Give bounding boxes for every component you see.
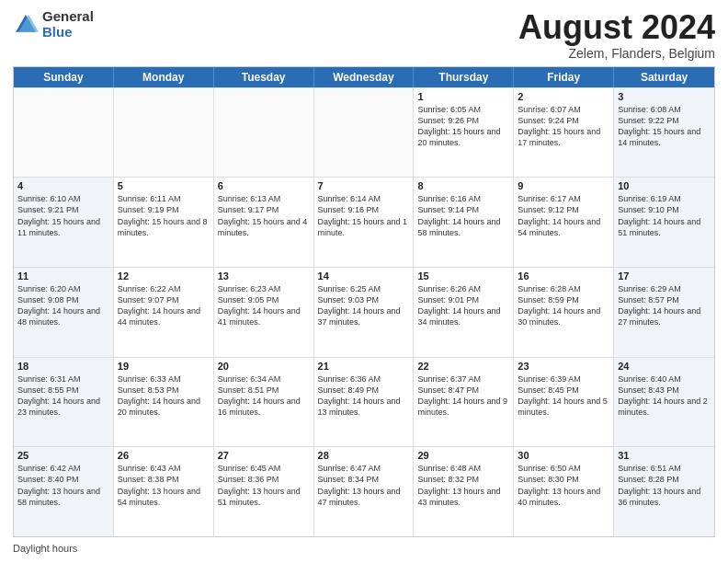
day-info: Sunrise: 6:22 AM Sunset: 9:07 PM Dayligh… [118, 283, 210, 328]
day-info: Sunrise: 6:43 AM Sunset: 8:38 PM Dayligh… [118, 463, 210, 508]
calendar-cell: 19Sunrise: 6:33 AM Sunset: 8:53 PM Dayli… [114, 358, 214, 447]
day-number: 22 [417, 361, 509, 372]
calendar-cell [214, 88, 314, 178]
day-info: Sunrise: 6:13 AM Sunset: 9:17 PM Dayligh… [218, 193, 310, 238]
day-number: 29 [417, 450, 509, 461]
header-day: Friday [514, 67, 614, 87]
calendar-cell: 7Sunrise: 6:14 AM Sunset: 9:16 PM Daylig… [314, 178, 415, 267]
logo: General Blue [13, 9, 94, 40]
calendar-cell [314, 88, 415, 178]
calendar: SundayMondayTuesdayWednesdayThursdayFrid… [13, 66, 715, 537]
calendar-cell [114, 88, 214, 178]
day-info: Sunrise: 6:39 AM Sunset: 8:45 PM Dayligh… [518, 373, 609, 419]
day-number: 7 [318, 180, 410, 191]
day-info: Sunrise: 6:16 AM Sunset: 9:14 PM Dayligh… [417, 193, 509, 238]
calendar-cell: 27Sunrise: 6:45 AM Sunset: 8:36 PM Dayli… [214, 447, 314, 536]
calendar-row: 11Sunrise: 6:20 AM Sunset: 9:08 PM Dayli… [14, 267, 714, 357]
calendar-cell: 21Sunrise: 6:36 AM Sunset: 8:49 PM Dayli… [314, 358, 415, 447]
calendar-cell: 16Sunrise: 6:28 AM Sunset: 8:59 PM Dayli… [514, 268, 614, 357]
page: General Blue August 2024 Zelem, Flanders… [0, 0, 728, 563]
day-info: Sunrise: 6:42 AM Sunset: 8:40 PM Dayligh… [17, 463, 109, 508]
day-info: Sunrise: 6:08 AM Sunset: 9:22 PM Dayligh… [618, 104, 711, 149]
day-number: 21 [318, 361, 410, 372]
calendar-cell: 5Sunrise: 6:11 AM Sunset: 9:19 PM Daylig… [114, 178, 214, 267]
day-info: Sunrise: 6:26 AM Sunset: 9:01 PM Dayligh… [417, 283, 509, 328]
day-info: Sunrise: 6:11 AM Sunset: 9:19 PM Dayligh… [118, 193, 210, 238]
calendar-cell: 6Sunrise: 6:13 AM Sunset: 9:17 PM Daylig… [214, 178, 314, 267]
day-number: 12 [118, 270, 210, 282]
calendar-cell: 18Sunrise: 6:31 AM Sunset: 8:55 PM Dayli… [14, 358, 114, 447]
calendar-cell: 3Sunrise: 6:08 AM Sunset: 9:22 PM Daylig… [614, 88, 714, 178]
day-number: 15 [417, 270, 509, 282]
day-info: Sunrise: 6:37 AM Sunset: 8:47 PM Dayligh… [417, 373, 509, 419]
calendar-cell: 29Sunrise: 6:48 AM Sunset: 8:32 PM Dayli… [414, 447, 514, 536]
day-number: 2 [518, 91, 609, 102]
day-info: Sunrise: 6:33 AM Sunset: 8:53 PM Dayligh… [118, 373, 210, 419]
day-info: Sunrise: 6:07 AM Sunset: 9:24 PM Dayligh… [518, 104, 609, 149]
month-title: August 2024 [518, 9, 715, 46]
day-info: Sunrise: 6:51 AM Sunset: 8:28 PM Dayligh… [618, 463, 711, 508]
calendar-cell: 28Sunrise: 6:47 AM Sunset: 8:34 PM Dayli… [314, 447, 415, 536]
calendar-cell: 26Sunrise: 6:43 AM Sunset: 8:38 PM Dayli… [114, 447, 214, 536]
calendar-row: 25Sunrise: 6:42 AM Sunset: 8:40 PM Dayli… [14, 446, 714, 536]
calendar-cell: 11Sunrise: 6:20 AM Sunset: 9:08 PM Dayli… [14, 268, 114, 357]
day-info: Sunrise: 6:29 AM Sunset: 8:57 PM Dayligh… [618, 283, 711, 328]
calendar-row: 18Sunrise: 6:31 AM Sunset: 8:55 PM Dayli… [14, 357, 714, 447]
calendar-row: 1Sunrise: 6:05 AM Sunset: 9:26 PM Daylig… [14, 87, 714, 178]
day-info: Sunrise: 6:40 AM Sunset: 8:43 PM Dayligh… [618, 373, 711, 419]
header-day: Monday [114, 67, 214, 87]
day-number: 19 [118, 361, 210, 372]
day-info: Sunrise: 6:34 AM Sunset: 8:51 PM Dayligh… [218, 373, 310, 419]
day-info: Sunrise: 6:19 AM Sunset: 9:10 PM Dayligh… [618, 193, 711, 238]
day-number: 9 [518, 180, 609, 191]
calendar-cell: 8Sunrise: 6:16 AM Sunset: 9:14 PM Daylig… [414, 178, 514, 267]
day-number: 1 [417, 91, 509, 102]
day-info: Sunrise: 6:10 AM Sunset: 9:21 PM Dayligh… [17, 193, 109, 238]
logo-icon [13, 12, 39, 38]
day-info: Sunrise: 6:25 AM Sunset: 9:03 PM Dayligh… [318, 283, 410, 328]
calendar-cell: 9Sunrise: 6:17 AM Sunset: 9:12 PM Daylig… [514, 178, 614, 267]
day-info: Sunrise: 6:28 AM Sunset: 8:59 PM Dayligh… [518, 283, 609, 328]
day-number: 24 [618, 361, 711, 372]
day-number: 17 [618, 270, 711, 282]
calendar-cell: 25Sunrise: 6:42 AM Sunset: 8:40 PM Dayli… [14, 447, 114, 536]
day-info: Sunrise: 6:45 AM Sunset: 8:36 PM Dayligh… [218, 463, 310, 508]
location: Zelem, Flanders, Belgium [518, 46, 715, 61]
day-info: Sunrise: 6:48 AM Sunset: 8:32 PM Dayligh… [417, 463, 509, 508]
footer: Daylight hours [13, 543, 715, 554]
day-info: Sunrise: 6:50 AM Sunset: 8:30 PM Dayligh… [518, 463, 609, 508]
calendar-cell: 24Sunrise: 6:40 AM Sunset: 8:43 PM Dayli… [614, 358, 714, 447]
day-number: 31 [618, 450, 711, 461]
logo-general: General [42, 9, 94, 25]
day-number: 25 [17, 450, 109, 461]
day-info: Sunrise: 6:47 AM Sunset: 8:34 PM Dayligh… [318, 463, 410, 508]
day-number: 8 [417, 180, 509, 191]
calendar-cell [14, 88, 114, 178]
day-info: Sunrise: 6:31 AM Sunset: 8:55 PM Dayligh… [17, 373, 109, 419]
calendar-cell: 23Sunrise: 6:39 AM Sunset: 8:45 PM Dayli… [514, 358, 614, 447]
day-number: 26 [118, 450, 210, 461]
title-block: August 2024 Zelem, Flanders, Belgium [518, 9, 715, 61]
header-day: Saturday [614, 67, 714, 87]
calendar-header: SundayMondayTuesdayWednesdayThursdayFrid… [14, 67, 714, 87]
day-number: 28 [318, 450, 410, 461]
calendar-cell: 1Sunrise: 6:05 AM Sunset: 9:26 PM Daylig… [414, 88, 514, 178]
day-number: 20 [218, 361, 310, 372]
day-info: Sunrise: 6:20 AM Sunset: 9:08 PM Dayligh… [17, 283, 109, 328]
calendar-cell: 17Sunrise: 6:29 AM Sunset: 8:57 PM Dayli… [614, 268, 714, 357]
day-number: 18 [17, 361, 109, 372]
day-number: 3 [618, 91, 711, 102]
calendar-cell: 10Sunrise: 6:19 AM Sunset: 9:10 PM Dayli… [614, 178, 714, 267]
day-number: 10 [618, 180, 711, 191]
calendar-cell: 2Sunrise: 6:07 AM Sunset: 9:24 PM Daylig… [514, 88, 614, 178]
header-day: Sunday [14, 67, 114, 87]
calendar-row: 4Sunrise: 6:10 AM Sunset: 9:21 PM Daylig… [14, 177, 714, 267]
calendar-cell: 20Sunrise: 6:34 AM Sunset: 8:51 PM Dayli… [214, 358, 314, 447]
calendar-body: 1Sunrise: 6:05 AM Sunset: 9:26 PM Daylig… [14, 87, 714, 536]
day-info: Sunrise: 6:36 AM Sunset: 8:49 PM Dayligh… [318, 373, 410, 419]
day-number: 13 [218, 270, 310, 282]
logo-blue: Blue [42, 25, 94, 40]
day-number: 5 [118, 180, 210, 191]
footer-text: Daylight hours [13, 543, 77, 554]
logo-text: General Blue [42, 9, 94, 40]
